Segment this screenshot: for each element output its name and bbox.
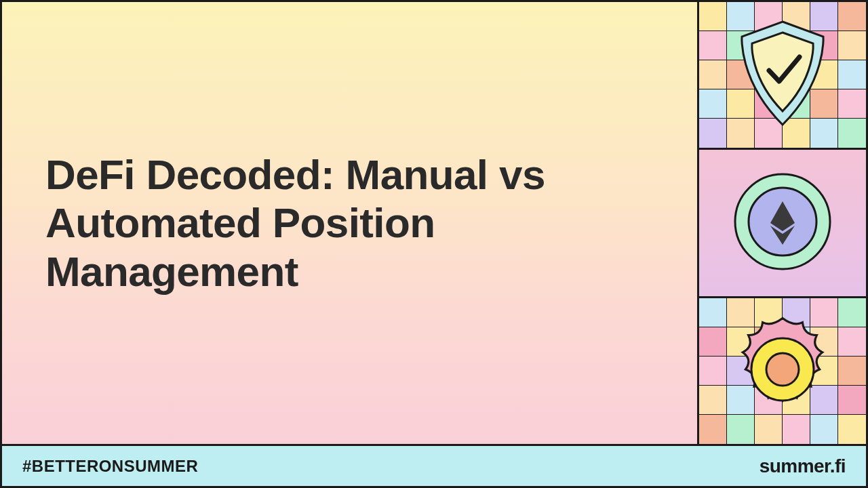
brand-text: summer.fi <box>760 455 846 477</box>
svg-point-3 <box>766 353 799 386</box>
upper-row: DeFi Decoded: Manual vs Automated Positi… <box>2 2 866 444</box>
footer: #BETTERONSUMMER summer.fi <box>2 444 866 486</box>
sidebar <box>699 2 866 444</box>
page-title: DeFi Decoded: Manual vs Automated Positi… <box>45 150 654 296</box>
hashtag-text: #BETTERONSUMMER <box>22 457 198 476</box>
sidebar-tile-sun <box>699 298 866 444</box>
main-panel: DeFi Decoded: Manual vs Automated Positi… <box>2 2 699 444</box>
ethereum-token-icon <box>732 171 833 274</box>
sidebar-tile-shield <box>699 2 866 150</box>
sun-ring-icon <box>728 315 837 426</box>
sidebar-tile-eth <box>699 150 866 298</box>
promo-card: DeFi Decoded: Manual vs Automated Positi… <box>0 0 868 488</box>
shield-check-icon <box>732 16 833 134</box>
